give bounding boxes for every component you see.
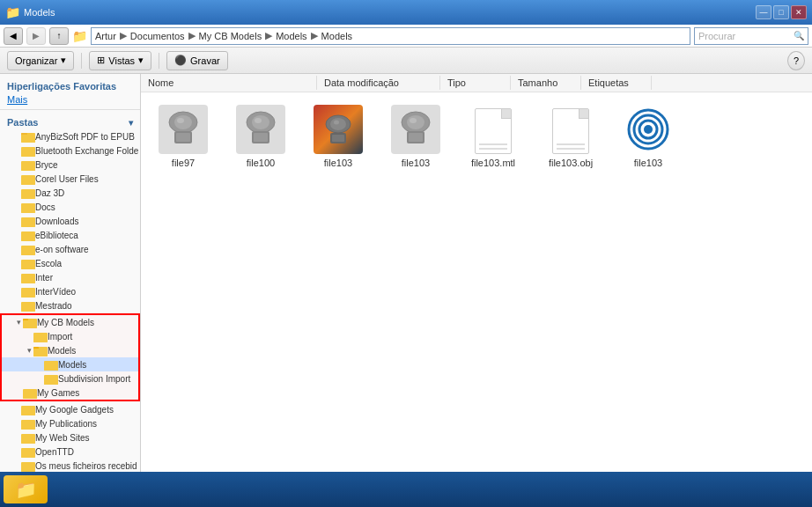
col-header-nome[interactable]: Nome [141, 76, 317, 90]
svg-rect-26 [21, 304, 35, 312]
search-box[interactable]: Procurar 🔍 [694, 27, 808, 45]
svg-rect-14 [21, 219, 35, 227]
sidebar-item-inter[interactable]: Inter [0, 270, 140, 284]
sidebar-item-models-child[interactable]: Models [2, 357, 138, 371]
file-icon-target [622, 103, 675, 156]
sidebar-item-osmeus[interactable]: Os meus ficheiros recebid [0, 459, 140, 473]
back-button[interactable]: ◀ [4, 27, 23, 45]
folder-label: Os meus ficheiros recebid [35, 461, 137, 471]
sidebar-item-mypublications[interactable]: My Publications [0, 416, 140, 430]
svg-rect-2 [21, 135, 35, 143]
sidebar-item-models-parent[interactable]: ▾ Models [2, 343, 138, 357]
sidebar-item-docs[interactable]: Docs [0, 200, 140, 214]
folder-icon-models-child [44, 358, 58, 371]
file-item[interactable]: file100 [225, 99, 296, 172]
svg-rect-38 [44, 377, 58, 385]
views-button[interactable]: ⊞ Vistas ▾ [89, 51, 151, 70]
toolbar-sep-1 [81, 53, 82, 69]
sidebar-item-openttd[interactable]: OpenTTD [0, 445, 140, 459]
sidebar-item-bluetooth[interactable]: Bluetooth Exchange Folde [0, 143, 140, 158]
folder-icon [21, 285, 35, 298]
col-header-etiquetas[interactable]: Etiquetas [581, 76, 652, 90]
address-path[interactable]: Artur ▶ Documentos ▶ My CB Models ▶ Mode… [91, 27, 690, 45]
path-sep-2: ▶ [188, 30, 196, 41]
search-icon: 🔍 [794, 31, 804, 40]
taskbar: 📁 [0, 472, 812, 507]
sidebar-item-downloads[interactable]: Downloads [0, 214, 140, 228]
svg-rect-40 [23, 391, 37, 399]
svg-point-73 [330, 118, 346, 130]
folder-icon [21, 445, 35, 458]
svg-rect-82 [409, 133, 423, 142]
folder-label: Corel User Files [35, 174, 99, 184]
file-item[interactable]: file103.mtl [458, 99, 528, 172]
sidebar-item-mestrado[interactable]: Mestrado [0, 298, 140, 312]
title-bar-controls: — □ ✕ [756, 5, 807, 19]
sidebar-item-ebiblioteca[interactable]: eBiblioteca [0, 228, 140, 242]
folder-icon [21, 201, 35, 213]
folder-icon [21, 144, 35, 157]
organize-button[interactable]: Organizar ▾ [7, 51, 74, 70]
sidebar-item-daz3d[interactable]: Daz 3D [0, 186, 140, 200]
sidebar-item-eon[interactable]: e-on software [0, 242, 140, 256]
file-icon-obj [544, 103, 597, 156]
record-button[interactable]: ⚫ Gravar [166, 51, 228, 70]
folder-label: Escola [35, 259, 62, 268]
folder-icon [21, 417, 35, 430]
folder-label: Docs [35, 202, 55, 212]
col-header-data[interactable]: Data modificação [317, 76, 440, 90]
col-header-tamanho[interactable]: Tamanho [511, 76, 581, 90]
col-header-tipo[interactable]: Tipo [440, 76, 511, 90]
maximize-button[interactable]: □ [773, 5, 789, 19]
file-item[interactable]: file97 [148, 99, 218, 172]
file-item[interactable]: file103.obj [535, 99, 606, 172]
svg-point-79 [407, 115, 424, 129]
address-bar: ◀ ▶ ↑ 📁 Artur ▶ Documentos ▶ My CB Model… [0, 25, 812, 48]
folder-label: Daz 3D [35, 188, 64, 198]
help-button[interactable]: ? [787, 51, 805, 70]
sidebar-item-bryce[interactable]: Bryce [0, 158, 140, 172]
folder-label-models-parent: Models [48, 346, 76, 356]
sidebar-item-escola[interactable]: Escola [0, 256, 140, 270]
sidebar-item-mygames[interactable]: My Games [2, 386, 138, 400]
file-label-mtl: file103.mtl [471, 158, 515, 168]
sidebar-link-mais[interactable]: Mais [0, 93, 140, 106]
file-icon-103 [389, 103, 442, 156]
sidebar-item-corel[interactable]: Corel User Files [0, 172, 140, 186]
folder-icon [21, 243, 35, 255]
file-item[interactable]: file103 [380, 99, 451, 172]
folder-label: OpenTTD [35, 447, 74, 457]
file-item[interactable]: file103 [613, 99, 683, 172]
svg-point-68 [255, 118, 262, 123]
forward-button[interactable]: ▶ [26, 27, 46, 45]
folder-label: Mestrado [35, 301, 72, 311]
folder-icon-mygames [23, 386, 37, 399]
close-button[interactable]: ✕ [791, 5, 807, 19]
folder-label: My Publications [35, 419, 97, 429]
sidebar-item-mywebsites[interactable]: My Web Sites [0, 430, 140, 445]
folder-icon [21, 158, 35, 171]
sidebar-item-mycbmodels[interactable]: ▾ My CB Models [2, 315, 138, 329]
views-chevron: ▾ [138, 55, 144, 66]
up-button[interactable]: ↑ [49, 27, 69, 45]
svg-rect-6 [21, 163, 35, 171]
content-pane: Nome Data modificação Tipo Tamanho Etiqu… [141, 74, 812, 486]
file-label-97: file97 [172, 158, 195, 168]
file-item[interactable]: file103 [303, 99, 373, 172]
folders-chevron[interactable]: ▾ [129, 118, 133, 128]
svg-rect-42 [21, 408, 35, 415]
title-bar: 📁 Models — □ ✕ [0, 0, 812, 25]
highlight-region: ▾ My CB Models Import ▾ Models [0, 313, 140, 401]
sidebar-item-mygooglegadgets[interactable]: My Google Gadgets [0, 402, 140, 416]
sidebar-item-subdivision[interactable]: Subdivision Import [2, 371, 138, 386]
svg-rect-24 [21, 290, 35, 298]
sidebar-item-anybizsoft[interactable]: AnyBizSoft PDF to EPUB [0, 129, 140, 143]
path-sep-4: ▶ [311, 30, 318, 41]
folder-label: Bryce [35, 160, 58, 170]
folder-icon-models [33, 344, 48, 356]
folder-icon [21, 403, 35, 415]
sidebar-item-import[interactable]: Import [2, 329, 138, 343]
sidebar-item-intervideo[interactable]: InterVídeo [0, 284, 140, 298]
svg-rect-18 [21, 247, 35, 255]
minimize-button[interactable]: — [756, 5, 771, 19]
